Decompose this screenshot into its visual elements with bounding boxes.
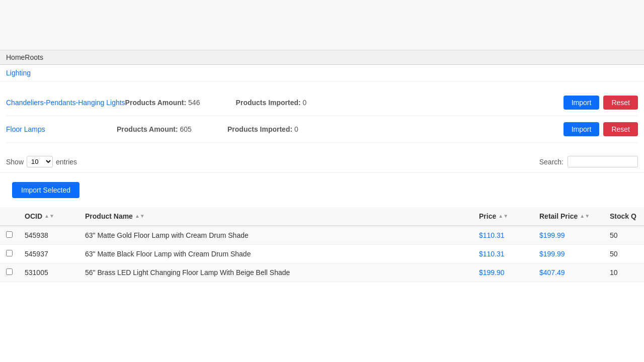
brand-name: HomeRoots	[6, 53, 43, 61]
search-label: Search:	[539, 158, 564, 166]
th-stock: Stock Q	[604, 207, 644, 226]
breadcrumb-link[interactable]: Lighting	[6, 69, 31, 77]
import-button-chandeliers[interactable]: Import	[564, 96, 600, 110]
th-price-sort[interactable]: Price ▲▼	[479, 212, 508, 220]
table-controls: Show 10 25 50 100 entries Search:	[0, 151, 644, 173]
row-stock: 50	[604, 245, 644, 263]
row-retail-price: $199.99	[533, 245, 604, 263]
product-name-sort-icon: ▲▼	[135, 214, 145, 219]
categories-section: Chandeliers-Pendants-Hanging Lights Prod…	[0, 81, 644, 151]
category-row-floor-lamps: Floor Lamps Products Amount: 605 Product…	[6, 116, 638, 143]
row-checkbox-cell	[0, 226, 19, 245]
row-checkbox[interactable]	[6, 250, 13, 256]
category-actions-chandeliers: Import Reset	[564, 96, 638, 110]
show-label: Show	[6, 158, 24, 166]
row-ocid: 545938	[19, 226, 79, 245]
top-bar	[0, 0, 644, 50]
row-ocid: 531005	[19, 263, 79, 282]
row-ocid: 545937	[19, 245, 79, 263]
entries-select[interactable]: 10 25 50 100	[27, 156, 53, 167]
search-section: Search:	[539, 156, 638, 167]
category-stat-amount-floor-lamps: Products Amount: 605	[117, 125, 227, 133]
import-selected-container: Import Selected	[0, 173, 644, 207]
row-checkbox-cell	[0, 263, 19, 282]
th-ocid[interactable]: OCID ▲▼	[19, 207, 79, 226]
category-stat-imported-chandeliers: Products Imported: 0	[236, 99, 347, 107]
th-checkbox	[0, 207, 19, 226]
category-link-chandeliers[interactable]: Chandeliers-Pendants-Hanging Lights	[6, 99, 125, 107]
row-product-name: 63" Matte Black Floor Lamp with Cream Dr…	[79, 245, 473, 263]
row-checkbox[interactable]	[6, 231, 13, 238]
row-product-name: 63" Matte Gold Floor Lamp with Cream Dru…	[79, 226, 473, 245]
products-table: OCID ▲▼ Product Name ▲▼ Price ▲▼ Retail …	[0, 207, 644, 282]
row-retail-price: $407.49	[533, 263, 604, 282]
row-price: $110.31	[473, 226, 533, 245]
reset-button-chandeliers[interactable]: Reset	[603, 96, 638, 110]
row-price: $110.31	[473, 245, 533, 263]
th-retail-price-sort[interactable]: Retail Price ▲▼	[539, 212, 590, 220]
category-stat-imported-floor-lamps: Products Imported: 0	[227, 125, 338, 133]
th-retail-price[interactable]: Retail Price ▲▼	[533, 207, 604, 226]
import-button-floor-lamps[interactable]: Import	[564, 122, 600, 136]
row-checkbox[interactable]	[6, 268, 13, 275]
category-stat-amount-chandeliers: Products Amount: 546	[125, 99, 236, 107]
table-row: 545938 63" Matte Gold Floor Lamp with Cr…	[0, 226, 644, 245]
th-product-name[interactable]: Product Name ▲▼	[79, 207, 473, 226]
retail-price-sort-icon: ▲▼	[580, 214, 590, 219]
row-stock: 10	[604, 263, 644, 282]
reset-button-floor-lamps[interactable]: Reset	[603, 122, 638, 136]
row-stock: 50	[604, 226, 644, 245]
category-actions-floor-lamps: Import Reset	[564, 122, 638, 136]
breadcrumb: Lighting	[0, 65, 644, 81]
table-row: 545937 63" Matte Black Floor Lamp with C…	[0, 245, 644, 263]
import-selected-button[interactable]: Import Selected	[12, 182, 79, 198]
th-ocid-sort[interactable]: OCID ▲▼	[25, 212, 54, 220]
th-price[interactable]: Price ▲▼	[473, 207, 533, 226]
ocid-sort-icon: ▲▼	[44, 214, 54, 219]
row-product-name: 56" Brass LED Light Changing Floor Lamp …	[79, 263, 473, 282]
show-entries: Show 10 25 50 100 entries	[6, 156, 77, 167]
category-link-floor-lamps[interactable]: Floor Lamps	[6, 125, 117, 133]
table-header-row: OCID ▲▼ Product Name ▲▼ Price ▲▼ Retail …	[0, 207, 644, 226]
entries-label: entries	[56, 158, 77, 166]
search-input[interactable]	[568, 156, 638, 167]
th-product-name-sort[interactable]: Product Name ▲▼	[85, 212, 145, 220]
row-retail-price: $199.99	[533, 226, 604, 245]
price-sort-icon: ▲▼	[498, 214, 508, 219]
table-row: 531005 56" Brass LED Light Changing Floo…	[0, 263, 644, 282]
row-checkbox-cell	[0, 245, 19, 263]
category-row-chandeliers: Chandeliers-Pendants-Hanging Lights Prod…	[6, 89, 638, 116]
brand-bar: HomeRoots	[0, 50, 644, 65]
row-price: $199.90	[473, 263, 533, 282]
